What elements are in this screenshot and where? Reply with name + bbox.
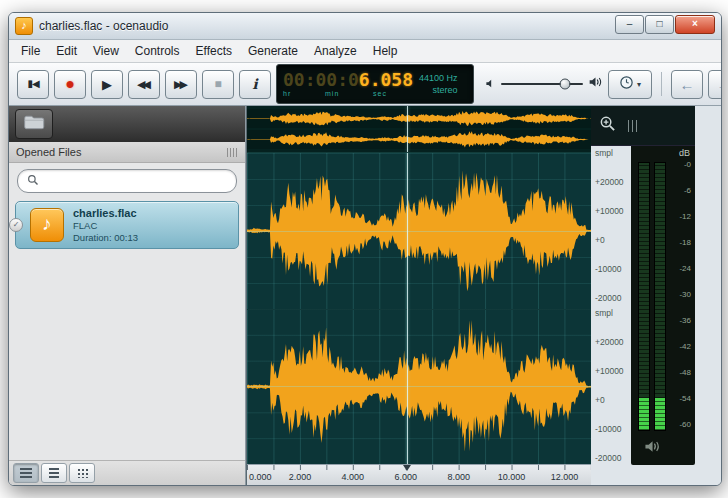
menu-generate[interactable]: Generate (240, 42, 306, 60)
time-format-button[interactable]: ▾ (608, 70, 652, 99)
scale-label: -20000 (595, 453, 631, 463)
scale-label: +20000 (595, 337, 631, 347)
skip-to-start-icon: ▮◀ (27, 79, 38, 89)
close-button[interactable]: × (675, 15, 715, 34)
panel-grip-icon[interactable] (227, 148, 238, 157)
db-tick-label: -24 (679, 264, 691, 273)
unit-min: min (325, 90, 339, 97)
volume-control (485, 75, 603, 93)
panel-grip-icon[interactable] (628, 120, 640, 132)
scale-label: smpl (595, 308, 631, 318)
time-label: 4.000 (342, 472, 365, 482)
cursor-marker-icon[interactable] (403, 465, 411, 471)
fast-forward-button[interactable]: ▶▶ (165, 70, 197, 99)
back-arrow-icon: ← (680, 77, 695, 92)
zoom-in-icon[interactable] (599, 115, 616, 136)
meter-bars (638, 162, 666, 429)
volume-slider[interactable] (501, 83, 583, 85)
time-label: 6.000 (395, 472, 418, 482)
channel-left[interactable] (247, 153, 591, 310)
info-button[interactable]: i (239, 70, 271, 99)
scale-label: +0 (595, 235, 631, 245)
channel-right[interactable] (247, 309, 591, 465)
menu-view[interactable]: View (85, 42, 127, 60)
editor-area: 0.000 2.000 4.000 6.000 8.000 10.000 12.… (246, 106, 721, 485)
menu-effects[interactable]: Effects (188, 42, 240, 60)
monitor-speaker-icon[interactable] (643, 439, 661, 458)
menu-help[interactable]: Help (365, 42, 406, 60)
speaker-quiet-icon (485, 75, 496, 93)
db-tick-label: -0 (679, 160, 691, 169)
volume-thumb[interactable] (559, 79, 570, 90)
fast-forward-icon: ▶▶ (174, 79, 188, 90)
scale-label: smpl (595, 148, 631, 158)
sidebar-header (9, 106, 245, 142)
overview-wave-left (247, 109, 591, 128)
time-digits: 00:00:06.058 (283, 71, 413, 89)
desktop: ♪ charlies.flac - ocenaudio – □ × File E… (0, 0, 728, 498)
title-bar[interactable]: ♪ charlies.flac - ocenaudio – □ × (9, 13, 721, 40)
zero-line-left (247, 231, 591, 232)
scale-label: -20000 (595, 293, 631, 303)
toolbar: ▮◀ ● ▶ ◀◀ ▶▶ ■ i 00:00:06.058 hr min sec (9, 63, 721, 106)
content-area: Opened Files ✓ ♪ (9, 106, 721, 485)
play-icon: ▶ (102, 78, 112, 91)
view-list-button[interactable] (41, 463, 67, 483)
search-input[interactable] (45, 174, 227, 188)
right-panel: smpl +20000 +10000 +0 -10000 -20000 smpl… (591, 106, 721, 485)
history-forward-button[interactable]: → (708, 70, 722, 99)
window-controls: – □ × (615, 15, 715, 34)
time-label: 8.000 (447, 472, 470, 482)
sidebar: Opened Files ✓ ♪ (9, 106, 246, 485)
amplitude-scale-right: smpl +20000 +10000 +0 -10000 -20000 (591, 306, 631, 466)
stop-icon: ■ (214, 78, 221, 90)
forward-arrow-icon: → (717, 77, 723, 92)
scale-label: +20000 (595, 177, 631, 187)
scale-label: +0 (595, 395, 631, 405)
maximize-button[interactable]: □ (645, 15, 674, 34)
db-tick-label: -18 (679, 238, 691, 247)
menu-controls[interactable]: Controls (127, 42, 188, 60)
minimize-button[interactable]: – (615, 15, 644, 34)
history-back-button[interactable]: ← (671, 70, 703, 99)
unit-sec: sec (373, 90, 387, 97)
file-duration: Duration: 00:13 (73, 232, 138, 243)
record-button[interactable]: ● (54, 70, 86, 99)
meter-bar-left (638, 162, 650, 431)
view-toggle-bar (9, 460, 245, 485)
folder-icon (23, 114, 45, 134)
rewind-button[interactable]: ◀◀ (128, 70, 160, 99)
db-tick-label: -6 (679, 186, 691, 195)
amplitude-scale-left: smpl +20000 +10000 +0 -10000 -20000 (591, 146, 631, 306)
view-detail-button[interactable] (13, 463, 39, 483)
file-name: charlies.flac (73, 207, 138, 219)
opened-files-tab[interactable] (15, 109, 53, 139)
playhead-cursor[interactable] (407, 153, 408, 464)
timeline-ruler[interactable]: 0.000 2.000 4.000 6.000 8.000 10.000 12.… (247, 464, 591, 485)
skip-to-start-button[interactable]: ▮◀ (17, 70, 49, 99)
play-button[interactable]: ▶ (91, 70, 123, 99)
time-label: 0.000 (249, 472, 272, 482)
grid-icon (77, 468, 88, 478)
file-list-item[interactable]: ✓ ♪ charlies.flac FLAC Duration: 00:13 (15, 201, 239, 249)
opened-files-list: ✓ ♪ charlies.flac FLAC Duration: 00:13 (9, 199, 245, 460)
waveform-view[interactable] (247, 153, 591, 464)
channel-mode-label: stereo (433, 85, 458, 95)
stop-button[interactable]: ■ (202, 70, 234, 99)
time-label: 12.000 (551, 472, 579, 482)
menu-bar: File Edit View Controls Effects Generate… (9, 40, 721, 63)
list-icon (49, 468, 59, 478)
menu-file[interactable]: File (13, 42, 48, 60)
time-dim-digits: 00:00:0 (283, 69, 359, 90)
zoom-header (591, 106, 695, 146)
clock-icon (619, 75, 634, 94)
search-box[interactable] (17, 169, 237, 193)
menu-edit[interactable]: Edit (48, 42, 85, 60)
search-icon (27, 172, 39, 190)
overview-cursor[interactable] (407, 106, 408, 152)
sample-rate-label: 44100 Hz (419, 73, 458, 83)
panel-title: Opened Files (16, 146, 81, 158)
menu-analyze[interactable]: Analyze (306, 42, 365, 60)
view-grid-button[interactable] (69, 463, 95, 483)
overview-strip[interactable] (247, 106, 591, 153)
